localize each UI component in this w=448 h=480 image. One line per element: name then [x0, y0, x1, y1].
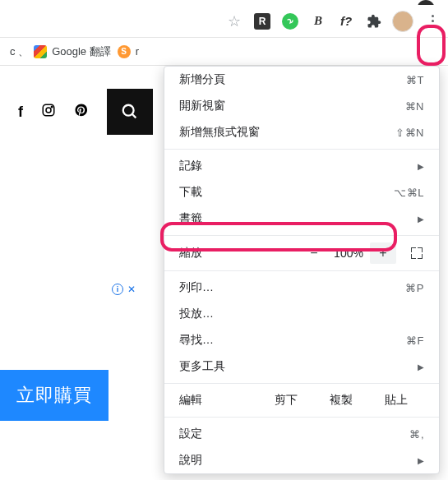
- search-button[interactable]: [107, 89, 153, 135]
- menu-more-tools[interactable]: 更多工具 ▶: [164, 353, 439, 380]
- menu-print[interactable]: 列印… ⌘P: [164, 275, 439, 301]
- menu-label: 記錄: [179, 159, 418, 173]
- chevron-right-icon: ▶: [418, 215, 424, 224]
- fullscreen-icon: [411, 247, 423, 259]
- bookmark-label: Google 翻譯: [52, 44, 111, 59]
- svg-point-3: [123, 105, 134, 116]
- ad-marker[interactable]: i ✕: [112, 284, 136, 295]
- bookmark-label: r: [136, 45, 139, 58]
- bookmark-s-icon: S: [118, 45, 131, 58]
- google-translate-icon: [34, 45, 47, 58]
- menu-label: 列印…: [179, 280, 405, 295]
- extension-fq-icon[interactable]: f?: [336, 12, 356, 31]
- zoom-out-button[interactable]: −: [301, 242, 327, 264]
- menu-label: 新增無痕式視窗: [179, 125, 395, 140]
- menu-label: 下載: [179, 185, 394, 200]
- menu-help[interactable]: 說明 ▶: [164, 447, 439, 473]
- menu-label: 投放…: [179, 307, 424, 321]
- edit-cut[interactable]: 剪下: [258, 393, 313, 408]
- menu-shortcut: ⌘N: [405, 100, 424, 113]
- svg-point-1: [46, 108, 51, 113]
- menu-label: 設定: [179, 427, 409, 441]
- edit-label: 編輯: [179, 393, 258, 408]
- edit-copy[interactable]: 複製: [313, 393, 368, 408]
- svg-point-2: [51, 106, 53, 108]
- bookmark-star-icon[interactable]: ☆: [224, 12, 244, 31]
- menu-new-tab[interactable]: 新增分頁 ⌘T: [164, 67, 439, 93]
- menu-separator: [164, 383, 439, 384]
- ad-close-icon[interactable]: ✕: [127, 284, 136, 295]
- instagram-icon[interactable]: [41, 103, 56, 122]
- menu-label: 尋找…: [179, 333, 406, 348]
- zoom-label: 縮放: [179, 246, 301, 261]
- menu-label: 更多工具: [179, 359, 418, 374]
- menu-shortcut: ⌥⌘L: [394, 187, 424, 199]
- menu-downloads[interactable]: 下載 ⌥⌘L: [164, 179, 439, 205]
- facebook-icon[interactable]: f: [18, 104, 23, 121]
- bookmarks-bar: c 、 Google 翻譯 S r: [0, 38, 448, 66]
- cta-button[interactable]: 立即購買: [0, 370, 109, 421]
- ad-info-icon[interactable]: i: [112, 284, 123, 295]
- menu-label: 書籤: [179, 211, 418, 226]
- chevron-right-icon: ▶: [418, 162, 424, 171]
- menu-shortcut: ⌘F: [406, 335, 424, 347]
- bookmark-item-r[interactable]: S r: [118, 45, 139, 58]
- browser-menu: 新增分頁 ⌘T 開新視窗 ⌘N 新增無痕式視窗 ⇧⌘N 記錄 ▶ 下載 ⌥⌘L …: [164, 66, 440, 474]
- menu-find[interactable]: 尋找… ⌘F: [164, 327, 439, 353]
- menu-edit: 編輯 剪下 複製 貼上: [164, 387, 439, 413]
- zoom-in-button[interactable]: +: [370, 242, 396, 264]
- menu-incognito[interactable]: 新增無痕式視窗 ⇧⌘N: [164, 119, 439, 145]
- site-header: f: [0, 89, 153, 135]
- edit-paste[interactable]: 貼上: [369, 393, 424, 408]
- menu-separator: [164, 235, 439, 236]
- extension-green-icon[interactable]: [280, 12, 300, 31]
- extensions-icon[interactable]: [364, 12, 384, 31]
- menu-separator: [164, 417, 439, 418]
- menu-shortcut: ⇧⌘N: [395, 127, 424, 139]
- svg-line-4: [132, 114, 136, 118]
- chevron-right-icon: ▶: [418, 456, 424, 465]
- chevron-right-icon: ▶: [418, 362, 424, 372]
- extension-r-icon[interactable]: R: [252, 12, 272, 31]
- bookmark-item-google-translate[interactable]: c 、 Google 翻譯: [10, 44, 111, 59]
- zoom-value: 100%: [327, 247, 370, 260]
- menu-shortcut: ⌘T: [406, 74, 424, 86]
- extension-b-icon[interactable]: B: [308, 12, 328, 31]
- menu-label: 說明: [179, 453, 418, 468]
- menu-separator: [164, 149, 439, 150]
- fullscreen-button[interactable]: [404, 242, 429, 264]
- menu-label: 新增分頁: [179, 72, 406, 87]
- menu-new-window[interactable]: 開新視窗 ⌘N: [164, 93, 439, 119]
- menu-settings[interactable]: 設定 ⌘,: [164, 421, 439, 447]
- browser-toolbar: ☆ R B f?: [0, 5, 448, 38]
- bookmark-prefix: c 、: [10, 44, 29, 59]
- pinterest-icon[interactable]: [74, 103, 89, 122]
- menu-zoom: 縮放 − 100% +: [164, 239, 439, 267]
- menu-history[interactable]: 記錄 ▶: [164, 153, 439, 179]
- menu-cast[interactable]: 投放…: [164, 301, 439, 327]
- menu-label: 開新視窗: [179, 99, 405, 113]
- menu-separator: [164, 270, 439, 271]
- profile-avatar[interactable]: [392, 11, 413, 32]
- menu-bookmarks[interactable]: 書籤 ▶: [164, 205, 439, 232]
- menu-kebab-icon[interactable]: [422, 11, 443, 32]
- menu-shortcut: ⌘P: [405, 282, 424, 294]
- menu-shortcut: ⌘,: [409, 428, 424, 441]
